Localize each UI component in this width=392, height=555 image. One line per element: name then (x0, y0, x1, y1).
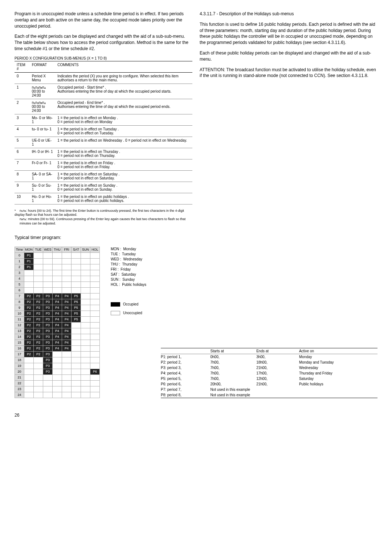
timer-cell (81, 345, 90, 351)
cell-item: 7 (15, 159, 30, 170)
config-table: ITEM # FORMAT COMMENTS 0Period X MenuInd… (15, 61, 192, 204)
timer-row: 14P2P2P3P4P4 (15, 334, 100, 340)
timer-cell (81, 316, 90, 322)
timer-cell: P4 (62, 293, 72, 299)
cell-format: Period X Menu (30, 72, 56, 84)
timer-cell (90, 299, 100, 305)
swatch-unoccupied (111, 311, 120, 315)
summary-cell: 21h00, (256, 381, 299, 387)
timer-cell: P1 (24, 252, 34, 258)
timer-cell (53, 276, 62, 281)
timer-cell: P4 (53, 322, 62, 328)
timer-cell (90, 334, 100, 340)
summary-cell: P5: period 5, (161, 376, 210, 381)
summary-cell: P8: period 8, (161, 392, 210, 398)
timer-cell (81, 270, 90, 276)
timer-cell: P2 (34, 351, 43, 357)
page-number: 26 (15, 413, 377, 418)
timer-cell (62, 363, 72, 369)
timer-cell (90, 293, 100, 299)
timer-cell (72, 369, 81, 374)
summary-cell: 0h00, (210, 354, 256, 360)
summary-table: Starts at Ends at Active on P1: period 1… (161, 348, 377, 398)
cell-format: n₁n₂n₃n₄ 00:00 to 24:00 (30, 84, 56, 99)
timer-cell (90, 351, 100, 357)
summary-row: P4: period 4,7h00,17h00,Thursday and Fri… (161, 370, 377, 376)
timer-cell: P2 (34, 299, 43, 305)
timer-cell (34, 252, 43, 258)
timer-cell (34, 264, 43, 270)
summary-cell: Not used in this example (210, 392, 299, 398)
timer-cell (62, 287, 72, 293)
timer-cell (81, 252, 90, 258)
timer-row: 7P2P2P3P4P4P5 (15, 293, 100, 299)
day-legend-item: FRI : Friday (111, 267, 146, 272)
timer-cell: P2 (34, 328, 43, 334)
timer-row: 1P1 (15, 258, 100, 264)
cell-item: 3 (15, 114, 30, 125)
timer-cell (24, 374, 34, 380)
timer-row: 13P2P2P3P4P4 (15, 328, 100, 334)
timer-cell (53, 351, 62, 357)
timer-cell (72, 386, 81, 392)
cell-comments: 1 = the period is in effect on Thursday … (55, 148, 192, 159)
timer-cell: P4 (53, 340, 62, 345)
timer-cell (90, 345, 100, 351)
cell-comments: 1 = the period is in effect on Wednesday… (55, 137, 192, 148)
footnote-block: *n₁n₂: hours (00 to 24). The first time … (15, 209, 192, 226)
timer-cell: P2 (34, 334, 43, 340)
cell-hour: 11 (15, 316, 24, 322)
timer-cell: P5 (72, 305, 81, 311)
day-legend-item: SAT : Saturday (111, 272, 146, 277)
timer-cell (34, 276, 43, 281)
cell-item: 9 (15, 182, 30, 193)
cell-hour: 10 (15, 311, 24, 316)
right-heading: 4.3.11.7 - Description of the Holidays s… (200, 11, 377, 17)
timer-cell: P2 (24, 345, 34, 351)
timer-cell: P4 (53, 293, 62, 299)
timer-cell (81, 328, 90, 334)
summary-row: P8: period 8,Not used in this example (161, 392, 377, 398)
timer-cell: P4 (62, 328, 72, 334)
summary-cell: 7h00, (210, 360, 256, 365)
timer-cell (43, 276, 53, 281)
summary-cell: P1: period 1, (161, 354, 210, 360)
timer-cell (24, 369, 34, 374)
timer-cell (34, 386, 43, 392)
timer-row: 2P1 (15, 264, 100, 270)
cell-hour: 12 (15, 322, 24, 328)
footnote-asterisk: * (15, 209, 20, 213)
timer-cell (90, 264, 100, 270)
cell-hour: 8 (15, 299, 24, 305)
right-p2: Each of these public holiday periods can… (200, 50, 377, 62)
timer-cell: P2 (34, 305, 43, 311)
day-legend-item: HOL : Public holidays (111, 282, 146, 287)
cell-format: Ho- 0 or Ho- 1 (30, 193, 56, 204)
timer-cell: P4 (62, 345, 72, 351)
cell-item: 2 (15, 99, 30, 114)
summary-cell: Public holidays (299, 381, 377, 387)
timer-row: 20P3P6 (15, 369, 100, 374)
timer-cell (24, 363, 34, 369)
th-active: Active on (299, 348, 377, 354)
timer-cell (90, 392, 100, 398)
config-row: 9Su- 0 or Su- 11 = the period is in effe… (15, 182, 192, 193)
timer-cell (62, 270, 72, 276)
timer-cell (81, 334, 90, 340)
cell-hour: 1 (15, 258, 24, 264)
cell-format: UE-0 or UE- 1 (30, 137, 56, 148)
timer-cell (72, 340, 81, 345)
cell-item: 8 (15, 170, 30, 182)
timer-cell (43, 392, 53, 398)
timer-cell (90, 281, 100, 287)
th-format: FORMAT (30, 61, 56, 72)
timer-cell: P4 (62, 334, 72, 340)
timer-cell: P5 (72, 293, 81, 299)
timer-cell (81, 351, 90, 357)
timer-cell: P4 (62, 299, 72, 305)
top-columns: Program is in unoccupied mode unless a s… (15, 11, 377, 226)
cell-hour: 9 (15, 305, 24, 311)
timer-cell (72, 264, 81, 270)
timer-cell (81, 380, 90, 386)
timer-cell (81, 340, 90, 345)
